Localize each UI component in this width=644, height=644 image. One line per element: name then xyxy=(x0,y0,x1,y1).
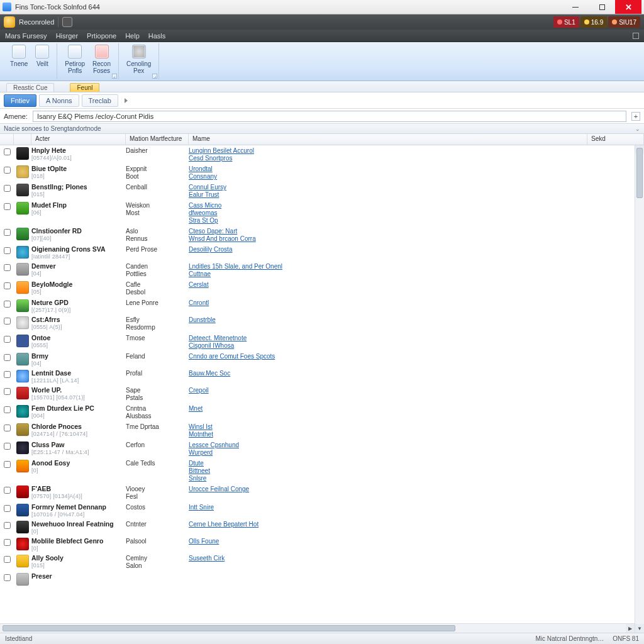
link[interactable]: Bittneet xyxy=(189,467,635,475)
link[interactable]: Cnrontl xyxy=(189,299,635,307)
row-checkbox[interactable] xyxy=(4,425,11,431)
table-row[interactable]: Preser xyxy=(0,571,635,587)
row-checkbox[interactable] xyxy=(4,354,11,361)
row-checkbox[interactable] xyxy=(4,336,11,343)
link[interactable]: Deteect. Mitenetnote xyxy=(189,335,635,342)
menu-item[interactable]: Mars Fursesy xyxy=(5,32,47,40)
link[interactable]: Desoilily Crosta xyxy=(189,246,635,253)
row-checkbox[interactable] xyxy=(4,574,11,581)
settings-icon[interactable] xyxy=(62,17,72,27)
row-checkbox[interactable] xyxy=(4,247,11,254)
link[interactable]: Cuttnae xyxy=(189,270,635,278)
table-row[interactable]: Aonod Eosy [0] Cale Tedls DtuteBittneetS… xyxy=(0,458,635,484)
link[interactable]: Lessce Cpsnhund xyxy=(189,441,635,449)
row-checkbox[interactable] xyxy=(4,556,11,563)
chevron-icon[interactable]: ⌄ xyxy=(635,126,640,132)
subtab-primary[interactable]: Fntiev xyxy=(4,94,36,107)
row-checkbox[interactable] xyxy=(4,522,11,529)
row-checkbox[interactable] xyxy=(4,371,11,378)
row-checkbox[interactable] xyxy=(4,461,11,468)
link[interactable]: Suseeth Cirk xyxy=(189,555,635,562)
address-add-button[interactable]: + xyxy=(631,112,640,121)
table-row[interactable]: Demver [04] CandenPottlies Lnditles 15h … xyxy=(0,261,635,279)
play-icon[interactable] xyxy=(123,96,131,105)
link[interactable]: Lunginn Besilet Accurol xyxy=(189,147,635,155)
row-checkbox[interactable] xyxy=(4,539,11,546)
subtab[interactable]: A Nonns xyxy=(39,94,79,107)
link[interactable]: Cisgonil IWhosa xyxy=(189,342,635,350)
status-badge[interactable]: SIU17 xyxy=(608,16,640,28)
row-checkbox[interactable] xyxy=(4,229,11,236)
table-row[interactable]: Ally Sooly [015] CemlnySalon Suseeth Cir… xyxy=(0,553,635,571)
horizontal-scrollbar[interactable]: ▶ xyxy=(0,623,635,633)
row-checkbox[interactable] xyxy=(4,264,11,271)
address-field[interactable]: Isanry E&Q Plems /ecloy-Corunt Pidis xyxy=(33,111,626,122)
table-row[interactable]: Brmy [04] Feland Cnndo are Comut Foes Sp… xyxy=(0,351,635,368)
close-button[interactable]: ✕ xyxy=(615,0,641,14)
table-row[interactable]: Newehuoo lnreal Featning [0] Cntnter Cer… xyxy=(0,519,635,536)
row-checkbox[interactable] xyxy=(4,301,11,308)
vertical-scrollbar[interactable]: ▲ ▼ xyxy=(635,145,644,633)
col-checkbox[interactable] xyxy=(0,134,14,145)
row-checkbox[interactable] xyxy=(4,388,11,395)
menu-item[interactable]: Hisrger xyxy=(56,32,78,40)
link[interactable]: Bauw.Mec Soc xyxy=(189,370,635,377)
doc-tab-active[interactable]: Feunl xyxy=(70,83,99,92)
link[interactable]: Motnthet xyxy=(189,431,635,438)
row-checkbox[interactable] xyxy=(4,406,11,413)
table-row[interactable]: Formry Nemet Dennanp [107016 / [0%47.04]… xyxy=(0,502,635,519)
link[interactable]: Consnany xyxy=(189,173,635,180)
table-row[interactable]: Lentnit Dase [12211LA] [LA.14] Profal Ba… xyxy=(0,368,635,385)
table-row[interactable]: Cst:Afrrs [0555| A(5)] EsflyResdorrnp Du… xyxy=(0,314,635,333)
col-name[interactable]: Acter xyxy=(31,134,126,145)
table-row[interactable]: Benstllng; Plones [015] Cenball Connul E… xyxy=(0,182,635,200)
row-checkbox[interactable] xyxy=(4,167,11,174)
ribbon-button-recon[interactable]: ReconFoses xyxy=(89,43,114,79)
scroll-right-icon[interactable]: ▶ xyxy=(626,624,635,633)
menu-item[interactable]: Prtiopone xyxy=(87,32,116,40)
table-row[interactable]: Oigienaning Crons SVA [Iatintlil 28447] … xyxy=(0,244,635,261)
col-more[interactable]: Mame xyxy=(189,134,587,145)
status-badge[interactable]: SL1 xyxy=(553,16,579,28)
link[interactable]: Cesd Snortpros xyxy=(189,155,635,162)
link[interactable]: Cerne Lhee Bepatert Hot xyxy=(189,521,635,528)
scroll-thumb[interactable] xyxy=(636,148,643,198)
row-checkbox[interactable] xyxy=(4,282,11,289)
menu-icon[interactable] xyxy=(633,33,639,39)
table-row[interactable]: Worle UP. [155701] [054.07(1)] SapePstal… xyxy=(0,385,635,403)
link[interactable]: Cass Micno xyxy=(189,202,635,209)
table-row[interactable]: Hnply Hete [05744]/A[0.01] Daisher Lungi… xyxy=(0,145,635,164)
table-row[interactable]: Cluss Paw [E25:11-47 / Ma:A1:4] Cerfon L… xyxy=(0,440,635,458)
row-checkbox[interactable] xyxy=(4,505,11,512)
link[interactable]: Urocce Feilnal Conge xyxy=(189,486,635,493)
table-row[interactable]: F'AEB [07570] [0134]A(4)] ViooeyFesl Uro… xyxy=(0,484,635,502)
table-row[interactable]: Neture GPD [(257)17.| 0(9)] Lene Ponre C… xyxy=(0,297,635,314)
row-checkbox[interactable] xyxy=(4,443,11,450)
subtab[interactable]: Treclab xyxy=(82,94,118,107)
link[interactable]: Dtute xyxy=(189,460,635,467)
col-manufacturer[interactable]: Mation Martfecture xyxy=(126,134,189,145)
link[interactable]: Mnet xyxy=(189,405,635,413)
link[interactable]: Ealur Trust xyxy=(189,191,635,199)
col-select[interactable]: Sekd xyxy=(587,134,644,145)
link[interactable]: Wurperd xyxy=(189,449,635,457)
ribbon-button-theme[interactable]: Tnene xyxy=(6,43,31,79)
link[interactable]: Cerslat xyxy=(189,281,635,289)
table-row[interactable]: Mudet Flnp [06] WeiskonMost Cass Micnodf… xyxy=(0,200,635,226)
row-checkbox[interactable] xyxy=(4,318,11,325)
link[interactable]: Connul Eursy xyxy=(189,184,635,191)
link[interactable]: Crepoil xyxy=(189,387,635,394)
link[interactable]: dfweomas xyxy=(189,209,635,217)
link[interactable]: Stra St Op xyxy=(189,217,635,225)
row-checkbox[interactable] xyxy=(4,185,11,192)
table-row[interactable]: Clnstioonfer RD [07][40] AsloRennus Ctes… xyxy=(0,226,635,244)
scroll-down-icon[interactable]: ▼ xyxy=(635,624,644,633)
group-expand-icon[interactable]: ⌟ xyxy=(112,74,117,79)
ribbon-button-visit[interactable]: Veilt xyxy=(31,43,53,79)
row-checkbox[interactable] xyxy=(4,487,11,494)
link[interactable]: Snlsre xyxy=(189,475,635,482)
status-badge[interactable]: 16.9 xyxy=(580,16,607,28)
link[interactable]: Cteso Dape: Nart xyxy=(189,228,635,235)
link[interactable]: Intt Snire xyxy=(189,504,635,511)
link[interactable]: Winsl Ist xyxy=(189,423,635,431)
